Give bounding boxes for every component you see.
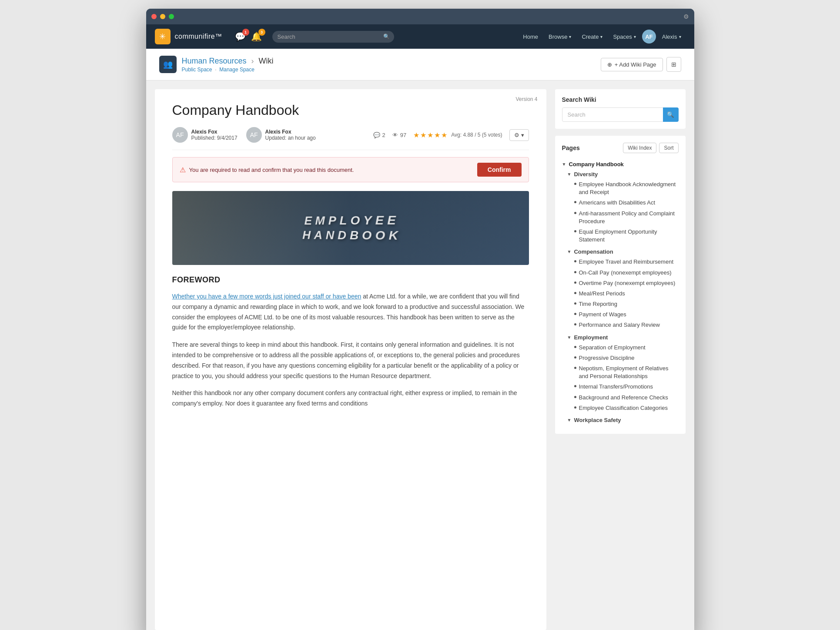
- nav-browse[interactable]: Browse ▾: [544, 31, 576, 43]
- breadcrumb-actions: ⊕ + Add Wiki Page ⊞: [601, 57, 681, 72]
- bullet-icon: [574, 356, 576, 359]
- list-item[interactable]: Meal/Rest Periods: [574, 288, 679, 299]
- bullet-icon: [574, 281, 576, 284]
- list-item[interactable]: Performance and Salary Review: [574, 320, 679, 330]
- breadcrumb-separator: ›: [251, 57, 254, 65]
- alert-text: ⚠ You are required to read and confirm t…: [180, 166, 354, 174]
- sort-button[interactable]: Sort: [659, 143, 678, 153]
- bullet-icon: [574, 406, 576, 409]
- author2-name: Alexis Fox: [265, 129, 316, 135]
- bullet-icon: [574, 183, 576, 185]
- list-item[interactable]: Equal Employment Opportunity Statement: [574, 227, 679, 245]
- wiki-index-button[interactable]: Wiki Index: [623, 143, 656, 153]
- star-5[interactable]: ★: [441, 131, 447, 139]
- plus-icon: ⊕: [607, 61, 612, 68]
- wiki-settings-button[interactable]: ⚙ ▾: [509, 129, 529, 141]
- bullet-icon: [574, 302, 576, 305]
- author1: AF Alexis Fox Published: 9/4/2017: [172, 127, 238, 143]
- foreword-link[interactable]: Whether you have a few more words just j…: [172, 293, 361, 300]
- foreword-para1: Whether you have a few more words just j…: [172, 292, 529, 333]
- bullet-icon: [574, 212, 576, 214]
- minimize-window-button[interactable]: [160, 14, 165, 19]
- add-wiki-page-button[interactable]: ⊕ + Add Wiki Page: [601, 58, 663, 71]
- star-1[interactable]: ★: [413, 131, 419, 139]
- list-item[interactable]: Overtime Pay (nonexempt employees): [574, 278, 679, 288]
- author2-info: Alexis Fox Updated: an hour ago: [265, 129, 316, 141]
- author2-avatar: AF: [246, 127, 262, 143]
- bullet-icon: [574, 230, 576, 232]
- bookmark-button[interactable]: ⊞: [666, 57, 681, 72]
- manage-space-link[interactable]: Manage Space: [219, 67, 254, 73]
- bullet-icon: [574, 201, 576, 203]
- maximize-window-button[interactable]: [169, 14, 174, 19]
- tree-section-compensation-label[interactable]: ▼ Compensation: [567, 247, 679, 257]
- space-link[interactable]: Human Resources: [182, 57, 247, 65]
- nav-spaces[interactable]: Spaces ▾: [609, 31, 640, 43]
- notifications-button[interactable]: 🔔 3: [251, 31, 262, 42]
- list-item[interactable]: Background and Reference Checks: [574, 392, 679, 403]
- bullet-icon: [574, 323, 576, 325]
- meta-stats: 💬 2 👁 97 ★ ★ ★: [373, 129, 529, 141]
- foreword-para2: There are several things to keep in mind…: [172, 340, 529, 381]
- messages-badge: 1: [242, 29, 249, 36]
- notifications-badge: 3: [258, 29, 265, 36]
- tree-diversity-items: Employee Handbook Acknowledgment and Rec…: [574, 179, 679, 245]
- list-item[interactable]: Employee Handbook Acknowledgment and Rec…: [574, 179, 679, 198]
- list-item[interactable]: Employee Travel and Reimbursement: [574, 257, 679, 267]
- tree-section-diversity-label[interactable]: ▼ Diversity: [567, 169, 679, 179]
- nav-home[interactable]: Home: [519, 31, 542, 43]
- breadcrumb-bar: 👥 Human Resources › Wiki Public Space · …: [146, 49, 694, 80]
- list-item[interactable]: Separation of Employment: [574, 342, 679, 353]
- gear-settings-icon: ⚙: [514, 132, 519, 138]
- author1-name: Alexis Fox: [191, 129, 238, 135]
- compensation-chevron-icon: ▼: [567, 249, 572, 254]
- tree-section-diversity: ▼ Diversity Employee Handbook Acknowledg…: [567, 169, 679, 245]
- views-count: 97: [400, 132, 406, 138]
- comments-count: 2: [382, 132, 385, 138]
- bullet-icon: [574, 396, 576, 398]
- close-window-button[interactable]: [151, 14, 157, 19]
- global-search-input[interactable]: [272, 31, 394, 43]
- nav-create[interactable]: Create ▾: [577, 31, 607, 43]
- star-2[interactable]: ★: [420, 131, 426, 139]
- settings-chevron-icon: ▾: [521, 132, 524, 138]
- list-item[interactable]: Internal Transfers/Promotions: [574, 382, 679, 392]
- tree-section-employment-label[interactable]: ▼ Employment: [567, 332, 679, 342]
- list-item[interactable]: Time Reporting: [574, 299, 679, 309]
- confirm-button[interactable]: Confirm: [477, 163, 522, 177]
- list-item[interactable]: Americans with Disabilities Act: [574, 198, 679, 208]
- tree-section-compensation: ▼ Compensation Employee Travel and Reimb…: [567, 247, 679, 330]
- sidebar-search-input-wrap: 🔍: [562, 107, 679, 122]
- pages-header: Pages Wiki Index Sort: [562, 143, 679, 153]
- messages-button[interactable]: 💬 1: [235, 31, 246, 42]
- sidebar-search-input[interactable]: [562, 107, 679, 122]
- views-stat: 👁 97: [392, 132, 406, 138]
- list-item[interactable]: On-Call Pay (nonexempt employees): [574, 268, 679, 278]
- list-item[interactable]: Employee Classification Categories: [574, 403, 679, 413]
- version-label: Version 4: [515, 96, 537, 102]
- tree-root-label: Company Handbook: [569, 161, 623, 168]
- star-3[interactable]: ★: [427, 131, 433, 139]
- tree-root[interactable]: ▼ Company Handbook: [562, 159, 679, 169]
- public-space-link[interactable]: Public Space: [182, 67, 212, 73]
- list-item[interactable]: Progressive Discipline: [574, 353, 679, 363]
- nav-user[interactable]: Alexis ▾: [658, 31, 686, 43]
- list-item[interactable]: Payment of Wages: [574, 309, 679, 320]
- tree-section-workplace-safety: ▼ Workplace Safety: [567, 415, 679, 425]
- main-content: 👥 Human Resources › Wiki Public Space · …: [146, 49, 694, 630]
- titlebar: ⚙: [146, 9, 694, 24]
- star-4[interactable]: ★: [434, 131, 440, 139]
- tree-section-workplace-safety-label[interactable]: ▼ Workplace Safety: [567, 415, 679, 425]
- author1-info: Alexis Fox Published: 9/4/2017: [191, 129, 238, 141]
- global-search: 🔍: [272, 31, 394, 43]
- list-item[interactable]: Nepotism, Employment of Relatives and Pe…: [574, 363, 679, 382]
- eye-icon: 👁: [392, 132, 398, 138]
- nav-links: Home Browse ▾ Create ▾ Spaces ▾ AF Alexi…: [519, 30, 685, 44]
- user-chevron-icon: ▾: [679, 34, 681, 39]
- sidebar-search-button[interactable]: 🔍: [663, 107, 679, 122]
- pages-actions: Wiki Index Sort: [623, 143, 678, 153]
- bullet-icon: [574, 367, 576, 369]
- list-item[interactable]: Anti-harassment Policy and Complaint Pro…: [574, 208, 679, 227]
- browse-chevron-icon: ▾: [569, 34, 571, 39]
- stars[interactable]: ★ ★ ★ ★ ★: [413, 131, 447, 139]
